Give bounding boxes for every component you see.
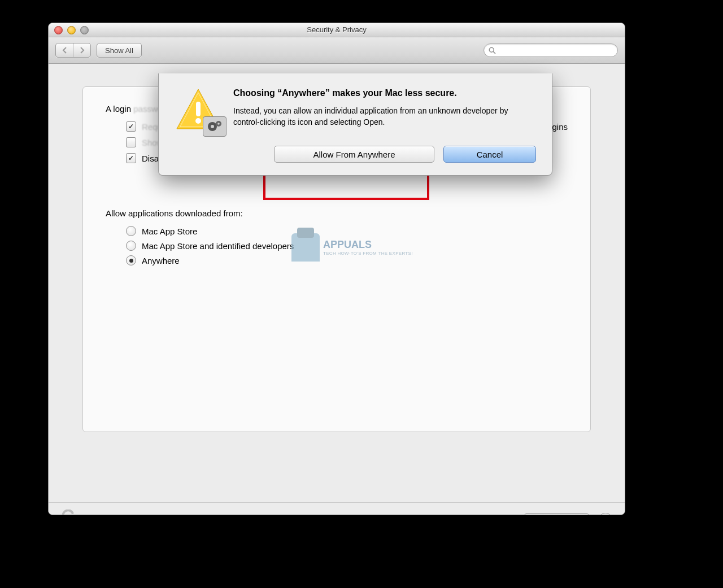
radio-label-2: Anywhere bbox=[142, 256, 180, 265]
minimize-window-button[interactable] bbox=[67, 26, 76, 34]
chevron-right-icon bbox=[80, 47, 85, 54]
footer: Click the lock to prevent further change… bbox=[49, 502, 625, 515]
lock-open-icon[interactable] bbox=[60, 509, 79, 515]
advanced-button[interactable]: Advanced… bbox=[524, 513, 590, 515]
toolbar: Show All bbox=[49, 37, 625, 64]
system-prefs-badge-icon bbox=[203, 116, 227, 137]
radio-row-identified-developers[interactable]: Mac App Store and identified developers bbox=[126, 241, 568, 251]
search-icon bbox=[489, 47, 496, 54]
radio-mac-app-store[interactable] bbox=[126, 226, 136, 236]
svg-point-13 bbox=[217, 123, 220, 125]
zoom-window-button[interactable] bbox=[80, 26, 89, 34]
svg-point-9 bbox=[195, 118, 201, 124]
radio-label-1: Mac App Store and identified developers bbox=[142, 241, 294, 251]
warning-icon bbox=[175, 87, 222, 134]
window-controls bbox=[54, 26, 89, 34]
radio-row-mac-app-store[interactable]: Mac App Store bbox=[126, 226, 568, 236]
show-all-label: Show All bbox=[105, 46, 133, 55]
window-title: Security & Privacy bbox=[307, 25, 366, 34]
show-message-checkbox[interactable] bbox=[126, 137, 136, 147]
chevron-left-icon bbox=[62, 47, 67, 54]
dialog-heading: Choosing “Anywhere” makes your Mac less … bbox=[233, 87, 536, 99]
help-button[interactable]: ? bbox=[598, 513, 613, 515]
download-heading: Allow applications downloaded from: bbox=[106, 208, 568, 218]
confirm-dialog: Choosing “Anywhere” makes your Mac less … bbox=[158, 73, 552, 176]
svg-point-0 bbox=[489, 47, 494, 52]
cancel-button[interactable]: Cancel bbox=[443, 146, 536, 163]
require-password-checkbox[interactable] bbox=[126, 121, 136, 132]
svg-point-11 bbox=[211, 125, 214, 128]
titlebar: Security & Privacy bbox=[49, 23, 625, 37]
radio-identified-developers[interactable] bbox=[126, 241, 136, 251]
allow-from-anywhere-button[interactable]: Allow From Anywhere bbox=[274, 146, 434, 163]
login-intro-prefix: A login bbox=[106, 104, 131, 114]
svg-rect-8 bbox=[196, 102, 201, 116]
dialog-description: Instead, you can allow an individual app… bbox=[233, 105, 536, 128]
show-all-button[interactable]: Show All bbox=[97, 43, 142, 58]
nav-buttons bbox=[55, 43, 91, 58]
radio-row-anywhere[interactable]: Anywhere bbox=[126, 255, 568, 265]
disable-auto-login-checkbox[interactable] bbox=[126, 153, 136, 163]
radio-anywhere[interactable] bbox=[126, 255, 136, 265]
svg-line-1 bbox=[493, 51, 495, 54]
search-field[interactable] bbox=[484, 43, 618, 57]
search-input[interactable] bbox=[499, 46, 613, 55]
nav-back-button[interactable] bbox=[56, 43, 73, 57]
close-window-button[interactable] bbox=[54, 26, 63, 34]
allow-label: Allow From Anywhere bbox=[313, 150, 395, 159]
cancel-label: Cancel bbox=[477, 150, 503, 159]
radio-label-0: Mac App Store bbox=[142, 227, 197, 236]
nav-forward-button[interactable] bbox=[73, 43, 90, 57]
